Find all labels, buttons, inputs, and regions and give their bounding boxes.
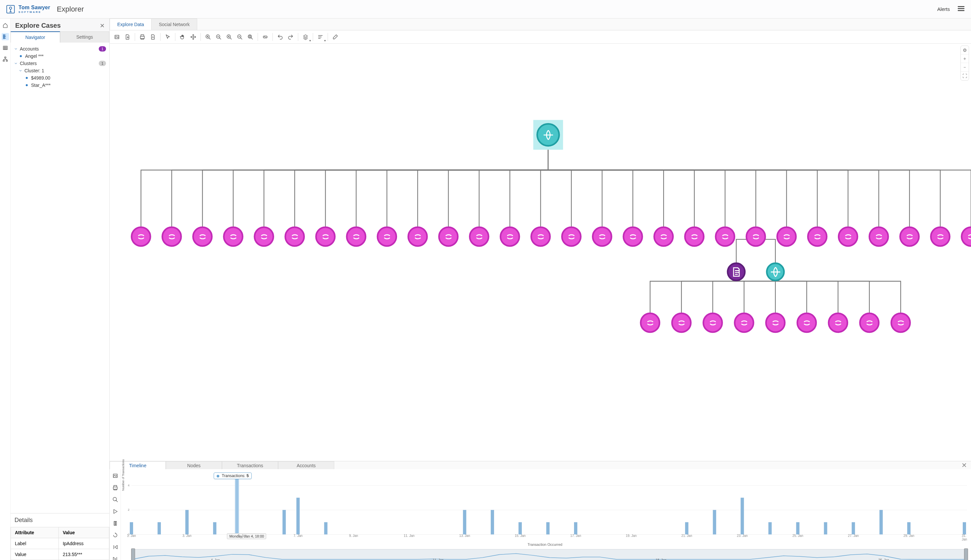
zoom-out-icon[interactable] <box>214 32 223 42</box>
link-icon[interactable] <box>260 32 270 42</box>
navigator-tree[interactable]: Accounts1Angel ***Clusters1Cluster: 1$49… <box>10 43 109 513</box>
zoom-icon[interactable] <box>111 495 120 504</box>
print-icon[interactable] <box>138 32 147 42</box>
style-icon[interactable]: ▼ <box>316 32 325 42</box>
details-panel: Details Attribute Value LabelIpAddressVa… <box>10 513 109 560</box>
timeline-chart[interactable]: Number of Transactions 024 Transactions:… <box>121 469 971 560</box>
canvas-zoom-in-icon[interactable]: ＋ <box>961 55 969 63</box>
svg-rect-57 <box>158 522 161 534</box>
svg-point-32 <box>839 227 858 246</box>
zoom-fit-icon[interactable] <box>246 32 255 42</box>
rail-tree-icon[interactable] <box>2 33 9 40</box>
svg-point-35 <box>931 227 949 246</box>
zoom-area-out-icon[interactable] <box>235 32 244 42</box>
redo-icon[interactable] <box>286 32 295 42</box>
svg-rect-78 <box>907 522 911 534</box>
move-icon[interactable] <box>189 32 198 42</box>
workspace-tab-explore-data[interactable]: Explore Data <box>110 18 152 30</box>
zoom-default-icon[interactable] <box>225 32 234 42</box>
canvas-zoom-out-icon[interactable]: － <box>961 63 969 72</box>
svg-point-18 <box>408 227 427 246</box>
svg-rect-56 <box>130 522 133 534</box>
tree-label: Clusters <box>20 61 37 66</box>
chart-tick: 25. Jan <box>792 534 803 538</box>
tree-item[interactable]: Star_A*** <box>13 82 107 89</box>
print-icon[interactable] <box>111 483 120 492</box>
tree-label: Accounts <box>20 46 39 52</box>
image-export-icon[interactable] <box>111 471 120 480</box>
hand-icon[interactable] <box>178 32 187 42</box>
chart-tick: 5. Jan <box>238 534 247 538</box>
svg-rect-69 <box>574 522 577 534</box>
chart-tick: 13. Jan <box>459 534 470 538</box>
brand-name: Tom Sawyer <box>18 5 50 10</box>
bullet-icon <box>26 84 28 86</box>
brush-tick: 25. Jan <box>879 558 889 560</box>
image-export-icon[interactable] <box>112 32 122 42</box>
sidebar-close-icon[interactable]: ✕ <box>100 22 105 29</box>
svg-point-30 <box>777 227 796 246</box>
print-preview-icon[interactable] <box>148 32 158 42</box>
bottom-tab-transactions[interactable]: Transactions <box>222 461 278 469</box>
details-col-val: Value <box>58 527 109 538</box>
canvas-controls: ⚙ ＋ － ⛶ <box>961 45 969 80</box>
tree-group[interactable]: Clusters1 <box>13 60 107 67</box>
layout-icon[interactable]: ▼ <box>301 32 310 42</box>
graph-canvas[interactable]: ⚙ ＋ － ⛶ <box>110 43 971 461</box>
chart-tick: 31. Jan <box>962 534 967 541</box>
svg-rect-70 <box>685 522 688 534</box>
bottom-tab-accounts[interactable]: Accounts <box>278 461 334 469</box>
play-icon[interactable] <box>111 507 120 516</box>
svg-rect-2 <box>3 35 5 36</box>
svg-point-26 <box>654 227 673 246</box>
svg-point-34 <box>900 227 919 246</box>
sidebar-tabs: NavigatorSettings <box>10 32 109 43</box>
svg-point-31 <box>808 227 827 246</box>
eraser-icon[interactable] <box>330 32 340 42</box>
pause-icon[interactable] <box>111 519 120 528</box>
svg-rect-7 <box>3 60 4 61</box>
bottom-tab-nodes[interactable]: Nodes <box>166 461 222 469</box>
tree-group[interactable]: Cluster: 1 <box>13 67 107 74</box>
sidebar-tab-navigator[interactable]: Navigator <box>10 32 60 43</box>
svg-point-36 <box>962 227 971 246</box>
graph-toolbar: ▼▼ <box>110 30 971 43</box>
svg-point-25 <box>624 227 642 246</box>
tree-badge: 1 <box>99 61 106 66</box>
rail-org-icon[interactable] <box>2 55 9 63</box>
step-fwd-icon[interactable] <box>111 554 120 560</box>
canvas-pan-icon[interactable]: ⚙ <box>961 46 969 55</box>
canvas-fit-icon[interactable]: ⛶ <box>961 72 969 80</box>
svg-point-23 <box>562 227 581 246</box>
svg-text:4: 4 <box>128 484 130 487</box>
brush-handle-right[interactable] <box>964 548 968 560</box>
tree-item[interactable]: Angel *** <box>13 52 107 60</box>
chart-xlabel: Transaction Occurred <box>122 542 968 547</box>
undo-icon[interactable] <box>275 32 285 42</box>
step-back-icon[interactable] <box>111 542 120 552</box>
hamburger-icon[interactable] <box>957 5 965 14</box>
svg-point-16 <box>347 227 365 246</box>
add-page-icon[interactable] <box>123 32 132 42</box>
workspace-tab-social-network[interactable]: Social Network <box>151 18 197 30</box>
sidebar-tab-settings[interactable]: Settings <box>60 32 110 43</box>
rail-home-icon[interactable] <box>2 22 9 29</box>
bottom-tab-timeline[interactable]: Timeline <box>110 461 166 469</box>
tree-group[interactable]: Accounts1 <box>13 45 107 52</box>
bottom-close-icon[interactable]: ✕ <box>958 461 971 469</box>
tree-label: $4989.00 <box>31 75 50 80</box>
rail-table-icon[interactable] <box>2 44 9 52</box>
svg-point-17 <box>377 227 396 246</box>
svg-point-13 <box>255 227 274 246</box>
reset-icon[interactable] <box>111 531 120 540</box>
svg-rect-76 <box>852 522 855 534</box>
timeline-brush[interactable]: 4. Jan11. Jan18. Jan25. Jan <box>132 549 968 560</box>
brush-handle-left[interactable] <box>131 548 135 560</box>
svg-point-29 <box>746 227 765 246</box>
tree-item[interactable]: $4989.00 <box>13 74 107 82</box>
zoom-in-icon[interactable] <box>204 32 213 42</box>
chart-tick: 7. Jan <box>294 534 302 538</box>
alerts-link[interactable]: Alerts <box>937 6 950 12</box>
pointer-icon[interactable] <box>163 32 172 42</box>
svg-point-45 <box>766 313 785 332</box>
